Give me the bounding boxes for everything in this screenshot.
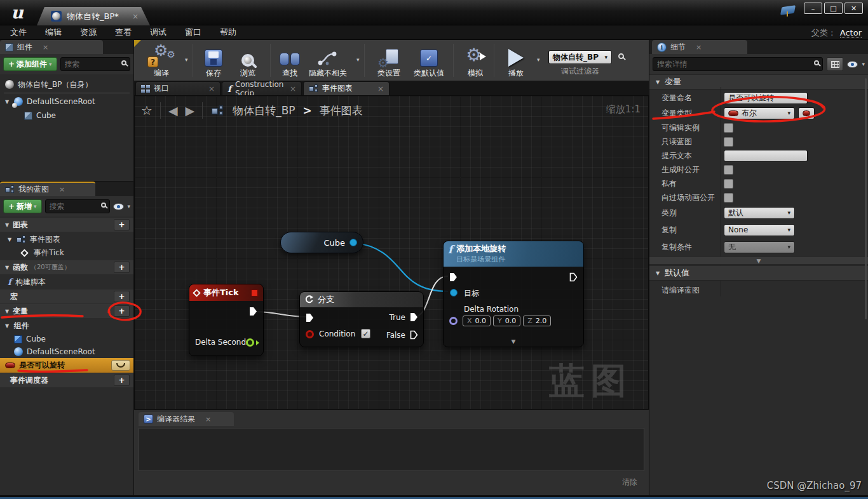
section-macros[interactable]: 宏 + — [0, 289, 133, 303]
chevron-down-icon[interactable]: ▾ — [127, 203, 130, 210]
exec-out-pin[interactable] — [569, 272, 578, 282]
debug-object-dropdown[interactable]: 物体自转_BP ▾ — [548, 50, 612, 64]
false-exec-pin[interactable] — [410, 330, 418, 340]
my-blueprint-tab-close-icon[interactable]: × — [59, 185, 65, 194]
target-pin[interactable] — [450, 289, 458, 296]
tab-close-icon[interactable]: × — [208, 84, 215, 93]
tab-event-graph[interactable]: 事件图表 × — [303, 81, 390, 95]
rotation-y-input[interactable]: Y0.0 — [493, 316, 520, 326]
variable-type-dropdown[interactable]: 布尔 ▾ — [724, 107, 795, 119]
tab-construction-script[interactable]: f Construction Scrip × — [222, 81, 302, 95]
exec-out-pin[interactable] — [249, 307, 257, 316]
condition-pin[interactable] — [306, 330, 314, 338]
tree-item-cube[interactable]: Cube — [0, 109, 133, 122]
variable-name-field[interactable]: 是否可以旋转 — [724, 92, 808, 104]
menu-help[interactable]: 帮助 — [220, 27, 236, 38]
true-exec-pin[interactable] — [410, 312, 418, 322]
rotation-z-input[interactable]: Z2.0 — [523, 316, 551, 326]
find-button[interactable]: 查找 — [275, 42, 304, 79]
back-arrow-icon[interactable]: ◀ — [168, 103, 178, 117]
add-macro-button[interactable]: + — [114, 291, 130, 302]
details-scrollbar[interactable] — [865, 78, 867, 319]
condition-checkbox[interactable]: ✓ — [361, 329, 370, 338]
play-options-chevron-icon[interactable]: ▾ — [537, 57, 540, 63]
minimize-button[interactable]: – — [804, 3, 822, 14]
menu-window[interactable]: 窗口 — [185, 27, 201, 38]
compiler-results-tab[interactable]: > 编译器结果 × — [139, 412, 234, 426]
details-search-input[interactable] — [653, 57, 823, 71]
chevron-down-icon[interactable]: ▾ — [862, 61, 865, 67]
class-defaults-button[interactable]: ✓ 类默认值 — [409, 42, 449, 79]
menu-file[interactable]: 文件 — [10, 27, 27, 38]
section-variable[interactable]: ▼ 变量 — [649, 74, 868, 90]
item-bool-variable-selected[interactable]: 是否可以旋转 — [0, 358, 133, 373]
add-component-button[interactable]: + 添加组件 ▾ — [3, 57, 57, 71]
menu-debug[interactable]: 调试 — [150, 27, 166, 38]
class-settings-button[interactable]: ⚙ 类设置 — [370, 42, 407, 79]
add-dispatcher-button[interactable]: + — [114, 375, 130, 386]
variable-visibility-button[interactable] — [111, 360, 130, 371]
tab-close-icon[interactable]: × — [377, 84, 384, 93]
compile-options-chevron-icon[interactable]: ▾ — [185, 57, 188, 63]
close-button[interactable]: ✕ — [844, 3, 863, 14]
section-default-value[interactable]: ▼ 默认值 — [649, 265, 868, 281]
breadcrumb-root[interactable]: 物体自转_BP — [233, 103, 295, 118]
item-event-tick[interactable]: 事件Tick — [0, 246, 133, 259]
section-functions[interactable]: ▼ 函数 （20可覆盖） + — [0, 260, 133, 274]
tab-viewport[interactable]: 视口 × — [135, 81, 220, 95]
components-tab[interactable]: 组件 × — [0, 40, 103, 54]
play-button[interactable]: 播放 — [500, 42, 532, 79]
blueprint-readonly-checkbox[interactable] — [724, 137, 733, 147]
replication-dropdown[interactable]: None▾ — [724, 224, 795, 236]
menu-edit[interactable]: 编辑 — [45, 27, 62, 38]
node-add-local-rotation[interactable]: f 添加本地旋转 目标是场景组件 目标 Delta Rotation X0.0 — [443, 241, 584, 347]
cube-output-pin[interactable] — [349, 239, 357, 246]
forward-arrow-icon[interactable]: ▶ — [186, 103, 195, 117]
my-blueprint-search-input[interactable] — [45, 199, 111, 213]
tree-expand-icon[interactable]: ▼ — [4, 99, 10, 105]
parent-class-link[interactable]: Actor — [840, 28, 862, 38]
node-branch[interactable]: 分支 Condition ✓ True False — [299, 291, 424, 347]
clear-log-button[interactable]: 清除 — [622, 477, 637, 488]
tree-item-self[interactable]: 物体自转_BP（自身） — [0, 78, 133, 91]
exec-in-pin[interactable] — [449, 272, 458, 282]
property-matrix-button[interactable] — [827, 57, 843, 71]
menu-view[interactable]: 查看 — [115, 27, 132, 38]
visibility-eye-icon[interactable] — [113, 203, 124, 210]
details-tab[interactable]: i 细节 × — [652, 40, 747, 54]
node-event-tick[interactable]: 事件Tick Delta Seconds — [189, 284, 264, 356]
add-graph-button[interactable]: + — [114, 219, 130, 230]
section-variables[interactable]: ▼ 变量 + — [0, 304, 133, 318]
node-cube-get[interactable]: Cube — [280, 232, 363, 253]
category-dropdown[interactable]: 默认▾ — [724, 207, 795, 219]
hide-unrelated-chevron-icon[interactable]: ▾ — [356, 57, 360, 63]
item-var-scene-root[interactable]: DefaultSceneRoot — [0, 345, 133, 358]
item-construction-script[interactable]: f 构建脚本 — [0, 276, 133, 288]
delta-rotation-pin[interactable] — [449, 317, 458, 325]
compiler-tab-close-icon[interactable]: × — [205, 415, 211, 423]
section-graphs[interactable]: ▼ 图表 + — [0, 218, 133, 232]
favorite-star-icon[interactable]: ☆ — [141, 103, 153, 118]
replication-condition-dropdown[interactable]: 无▾ — [724, 241, 795, 253]
simulate-button[interactable]: ⚙ 模拟 — [459, 42, 491, 79]
save-button[interactable]: 保存 — [199, 42, 228, 79]
private-checkbox[interactable] — [724, 179, 733, 189]
tree-item-scene-root[interactable]: ▼ DefaultSceneRoot — [0, 95, 133, 108]
details-tab-close-icon[interactable]: × — [696, 43, 702, 51]
tooltip-field[interactable] — [724, 150, 808, 162]
subsection-components[interactable]: ▼ 组件 — [0, 319, 133, 332]
event-graph-canvas[interactable]: ☆ ◀ ▶ 物体自转_BP > 事件图表 缩放1:1 蓝图 Cube — [134, 95, 649, 409]
item-var-cube[interactable]: Cube — [0, 333, 133, 345]
add-new-button[interactable]: + 新增 ▾ — [3, 199, 42, 213]
expose-to-cinematics-checkbox[interactable] — [724, 193, 733, 203]
asset-tab-close-icon[interactable]: × — [132, 12, 139, 21]
hide-unrelated-button[interactable]: 隐藏不相关 — [303, 42, 353, 79]
expose-on-spawn-checkbox[interactable] — [724, 165, 733, 175]
browse-button[interactable]: 浏览 — [233, 42, 262, 79]
section-event-dispatchers[interactable]: 事件调度器 + — [0, 373, 133, 387]
tab-close-icon[interactable]: × — [290, 84, 296, 93]
container-type-button[interactable] — [798, 107, 815, 119]
compile-button[interactable]: ⚙ ⚙ ? 编译 — [142, 42, 181, 79]
node-collapse-icon[interactable]: ▼ — [512, 338, 516, 345]
components-search-input[interactable] — [60, 57, 130, 71]
